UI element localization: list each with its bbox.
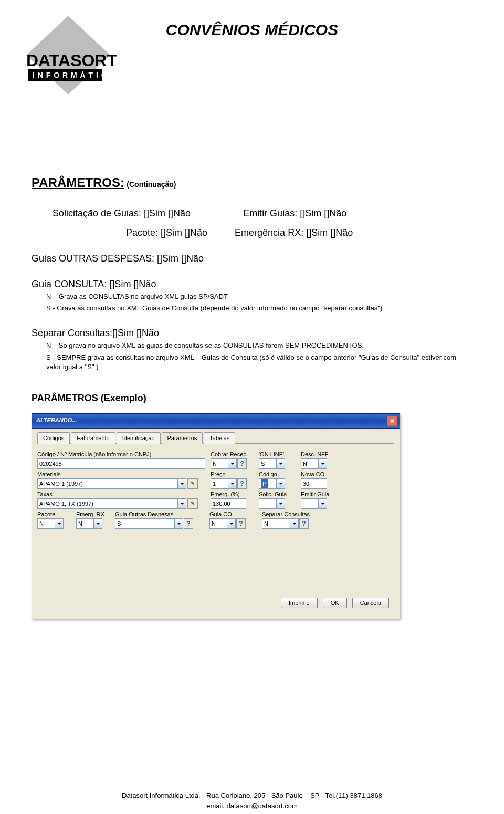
tab-codigos[interactable]: Códigos bbox=[37, 432, 70, 444]
emerg-pct-input[interactable] bbox=[211, 498, 246, 509]
dialog-titlebar: ALTERANDO... ✕ bbox=[32, 414, 400, 429]
section-title: PARÂMETROS: bbox=[32, 175, 124, 190]
datasort-logo: DATASORT I N F O R M Á T I C A bbox=[26, 16, 126, 95]
footer-line-1: Datasort Informática Ltda. - Rua Coriola… bbox=[0, 790, 504, 801]
desc-nff-dropdown[interactable]: N bbox=[301, 458, 327, 469]
chevron-down-icon bbox=[276, 499, 285, 508]
guia-co-dropdown[interactable]: N bbox=[209, 518, 236, 529]
continuation-label: (Continuação) bbox=[127, 180, 176, 189]
chevron-down-icon bbox=[276, 459, 285, 468]
separar-consultas-dropdown[interactable]: N bbox=[262, 518, 299, 529]
svg-text:I N F O R M Á T I C A: I N F O R M Á T I C A bbox=[33, 71, 115, 79]
page-footer: Datasort Informática Ltda. - Rua Coriola… bbox=[0, 790, 504, 811]
desc-nff-label: Desc. NFF bbox=[301, 451, 338, 457]
materiais-edit-button[interactable]: ✎ bbox=[187, 478, 198, 489]
example-heading: PARÂMETROS (Exemplo) bbox=[32, 393, 472, 404]
guia-co-label: Guia CO bbox=[209, 511, 257, 517]
dialog-footer: Imprime OK Cancela bbox=[37, 592, 394, 613]
materiais-dropdown[interactable]: APAMO 1 (1997) bbox=[37, 478, 186, 489]
cancela-button[interactable]: Cancela bbox=[352, 598, 389, 608]
imprime-text: mprime bbox=[290, 600, 310, 606]
nova-co-input[interactable] bbox=[301, 478, 327, 489]
chevron-down-icon bbox=[318, 499, 327, 508]
pacote-option: Pacote: []Sim []Não bbox=[126, 227, 207, 238]
chevron-down-icon bbox=[93, 519, 102, 528]
emerg-rx-label: Emerg. RX bbox=[76, 511, 110, 517]
svg-text:DATASORT: DATASORT bbox=[26, 51, 117, 70]
tab-identificacao[interactable]: Identificação bbox=[117, 432, 161, 444]
taxas-edit-button[interactable]: ✎ bbox=[187, 498, 198, 509]
dialog-title-text: ALTERANDO... bbox=[36, 417, 77, 423]
help-button[interactable]: ? bbox=[299, 518, 309, 529]
solic-guia-label: Solic. Guia bbox=[259, 491, 296, 497]
preco-label: Preço bbox=[211, 471, 254, 477]
imprime-button[interactable]: Imprime bbox=[281, 598, 318, 608]
emerg-rx-dropdown[interactable]: N bbox=[76, 518, 102, 529]
chevron-down-icon bbox=[228, 459, 236, 468]
cobrar-recep-label: Cobrar Recep. bbox=[211, 451, 254, 457]
chevron-down-icon bbox=[174, 519, 183, 528]
taxas-label: Taxas bbox=[37, 491, 205, 497]
tab-faturamento[interactable]: Faturamento bbox=[71, 432, 115, 444]
separar-consultas-label-field: Separar Consultas bbox=[262, 511, 320, 517]
emitir-guias-option: Emitir Guias: []Sim []Não bbox=[243, 208, 346, 219]
help-button[interactable]: ? bbox=[184, 518, 193, 529]
emerg-pct-label: Emerg. (%) bbox=[211, 491, 254, 497]
pacote-dropdown[interactable]: N bbox=[37, 518, 64, 529]
guia-outras-despesas-label: Guia Outras Despesas bbox=[115, 511, 204, 517]
ok-button[interactable]: OK bbox=[323, 598, 347, 608]
codigo2-label: Código bbox=[259, 471, 296, 477]
emitir-guia-label: Emitir Guia bbox=[301, 491, 338, 497]
close-button[interactable]: ✕ bbox=[387, 416, 397, 426]
nova-co-label: Nova CO bbox=[301, 471, 338, 477]
help-button[interactable]: ? bbox=[237, 478, 247, 489]
chevron-down-icon bbox=[318, 459, 327, 468]
close-icon: ✕ bbox=[390, 418, 395, 425]
chevron-down-icon bbox=[290, 519, 298, 528]
codigo-matricula-label: Código / Nº Matrícula (não informar o CN… bbox=[37, 451, 205, 457]
consulta-s-description: S - Grava as consultas no XML Guias de C… bbox=[46, 304, 472, 313]
footer-line-2: email. datasort@datasort.com bbox=[0, 801, 504, 811]
guias-outras-despesas-option: Guias OUTRAS DESPESAS: []Sim []Não bbox=[32, 253, 472, 264]
pencil-icon: ✎ bbox=[191, 500, 195, 506]
help-button[interactable]: ? bbox=[237, 458, 247, 469]
guia-outras-despesas-dropdown[interactable]: S bbox=[115, 518, 183, 529]
preco-dropdown[interactable]: 1 bbox=[211, 478, 237, 489]
chevron-down-icon bbox=[228, 479, 236, 488]
separar-n-description: N – Só grava no arquivo XML as guias de … bbox=[46, 341, 472, 350]
tab-parametros[interactable]: Parâmetros bbox=[162, 432, 203, 444]
pacote-label: Pacote bbox=[37, 511, 71, 517]
separar-s-description: S - SEMPRE grava as consultas no arquivo… bbox=[46, 353, 472, 372]
cobrar-recep-dropdown[interactable]: N bbox=[211, 458, 237, 469]
codigo-matricula-input[interactable] bbox=[37, 458, 205, 469]
solic-guia-dropdown[interactable] bbox=[259, 498, 285, 509]
tab-tabelas[interactable]: Tabelas bbox=[204, 432, 235, 444]
taxas-dropdown[interactable]: APAMO 1, TX (1997) bbox=[37, 498, 186, 509]
codigo2-dropdown[interactable]: P bbox=[259, 478, 285, 489]
online-dropdown[interactable]: S bbox=[259, 458, 285, 469]
help-button[interactable]: ? bbox=[236, 518, 246, 529]
parametros-dialog: ALTERANDO... ✕ Códigos Faturamento Ident… bbox=[32, 413, 400, 619]
guia-consulta-label: Guia CONSULTA: []Sim []Não bbox=[32, 279, 472, 290]
emitir-guia-dropdown[interactable] bbox=[301, 498, 327, 509]
consulta-n-description: N – Grava as CONSULTAS no arquivo XML gu… bbox=[46, 292, 472, 301]
solicitacao-guias-option: Solicitação de Guias: []Sim []Não bbox=[52, 208, 191, 219]
emergencia-rx-option: Emergência RX: []Sim []Não bbox=[235, 227, 353, 238]
pencil-icon: ✎ bbox=[191, 481, 195, 486]
chevron-down-icon bbox=[276, 479, 285, 488]
chevron-down-icon bbox=[55, 519, 63, 528]
online-label: 'ON LINE' bbox=[259, 451, 296, 457]
chevron-down-icon bbox=[227, 519, 235, 528]
separar-consultas-label: Separar Consultas:[]Sim []Não bbox=[32, 328, 472, 339]
chevron-down-icon bbox=[177, 479, 186, 488]
chevron-down-icon bbox=[177, 499, 186, 508]
dialog-tabs: Códigos Faturamento Identificação Parâme… bbox=[37, 432, 394, 444]
materiais-label: Materiais bbox=[37, 471, 205, 477]
